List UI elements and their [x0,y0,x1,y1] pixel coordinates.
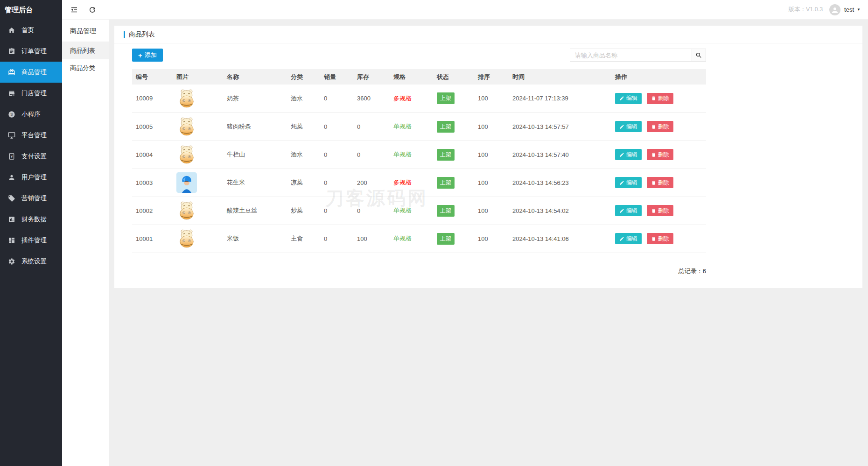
product-time: 2024-10-13 14:41:06 [509,225,611,253]
product-category: 凉菜 [287,169,320,197]
product-id: 10005 [132,113,173,141]
store-icon [8,90,15,97]
sidebar-item-label: 首页 [21,26,34,35]
pencil-icon [619,124,624,129]
product-stock: 3600 [353,85,390,113]
search-button[interactable] [692,49,706,62]
edit-button[interactable]: 编辑 [615,121,642,132]
table-row: 10005 猪肉粉条 炖菜 0 0 单规格 上架 100 2024-10-13 … [132,113,706,141]
sidebar-item-home[interactable]: 首页 [0,20,62,41]
status-badge[interactable]: 上架 [437,121,455,133]
table-row: 10004 牛栏山 酒水 0 0 单规格 上架 100 2024-10-13 1… [132,141,706,169]
delete-button[interactable]: 删除 [647,233,673,244]
status-badge[interactable]: 上架 [437,177,455,189]
product-id: 10004 [132,141,173,169]
search-input[interactable] [570,49,692,62]
sidebar-item-marketing[interactable]: 营销管理 [0,188,62,209]
sidebar-item-label: 小程序 [21,110,41,119]
col-stock: 库存 [353,69,390,85]
trash-icon [651,96,656,101]
delete-button[interactable]: 删除 [647,121,673,132]
product-name: 奶茶 [223,85,287,113]
product-time: 2024-11-07 17:13:39 [509,85,611,113]
sidebar-item-label: 商品管理 [21,68,47,77]
version-label: 版本：V1.0.3 [788,6,823,14]
sidebar-item-label: 用户管理 [21,173,47,182]
trash-icon [651,124,656,129]
sidebar-item-platform[interactable]: 平台管理 [0,125,62,146]
delete-button[interactable]: 删除 [647,149,673,160]
delete-button[interactable]: 删除 [647,93,673,104]
product-name: 猪肉粉条 [223,113,287,141]
spec-label: 单规格 [393,123,412,130]
sidebar-item-products[interactable]: 商品管理 [0,62,62,83]
sidebar-item-label: 插件管理 [21,236,47,245]
pencil-icon [619,208,624,213]
platform-icon [8,132,15,139]
submenu-item-product-list[interactable]: 商品列表 [62,42,109,59]
col-id: 编号 [132,69,173,85]
sidebar-item-label: 系统设置 [21,257,47,266]
add-product-button[interactable]: + 添加 [132,49,163,62]
spec-label: 单规格 [393,207,412,214]
col-image: 图片 [173,69,223,85]
avatar [829,4,840,15]
sidebar-item-settings[interactable]: 系统设置 [0,251,62,272]
sidebar-item-plugins[interactable]: 插件管理 [0,230,62,251]
product-sales: 0 [320,169,353,197]
chevron-down-icon: ▼ [857,7,861,12]
trash-icon [651,236,656,241]
status-badge[interactable]: 上架 [437,233,455,245]
sidebar-item-orders[interactable]: 订单管理 [0,41,62,62]
edit-button[interactable]: 编辑 [615,233,642,244]
product-icon [8,69,15,76]
card-header: 商品列表 [114,26,862,43]
product-sales: 0 [320,141,353,169]
sidebar-item-finance[interactable]: 财务数据 [0,209,62,230]
sidebar-item-miniprogram[interactable]: 小程序 [0,104,62,125]
col-name: 名称 [223,69,287,85]
collapse-sidebar-icon[interactable] [70,6,78,14]
product-name: 花生米 [223,169,287,197]
sidebar-item-stores[interactable]: 门店管理 [0,83,62,104]
product-category: 酒水 [287,141,320,169]
plus-icon: + [138,52,142,59]
status-badge[interactable]: 上架 [437,92,455,104]
gear-icon [8,258,15,265]
submenu-item-product-categories[interactable]: 商品分类 [62,59,109,77]
spec-label: 单规格 [393,235,412,242]
product-sort: 100 [474,85,509,113]
product-sort: 100 [474,141,509,169]
spec-label: 多规格 [393,179,412,186]
user-menu[interactable]: test ▼ [829,4,861,15]
submenu: 商品管理 商品列表 商品分类 [62,20,109,466]
status-badge[interactable]: 上架 [437,205,455,217]
username: test [844,6,854,13]
product-category: 主食 [287,225,320,253]
pencil-icon [619,152,624,157]
product-name: 米饭 [223,225,287,253]
sidebar-item-label: 财务数据 [21,215,47,224]
product-sort: 100 [474,169,509,197]
delete-button[interactable]: 删除 [647,177,673,188]
sidebar-item-payment[interactable]: 支付设置 [0,146,62,167]
product-sales: 0 [320,113,353,141]
topbar: 版本：V1.0.3 test ▼ [62,0,868,20]
product-stock: 200 [353,169,390,197]
edit-button[interactable]: 编辑 [615,177,642,188]
product-id: 10003 [132,169,173,197]
sidebar-item-users[interactable]: 用户管理 [0,167,62,188]
delete-button[interactable]: 删除 [647,205,673,216]
edit-button[interactable]: 编辑 [615,205,642,216]
table-toolbar: + 添加 [132,49,706,62]
col-actions: 操作 [611,69,706,85]
refresh-icon[interactable] [88,6,97,14]
edit-button[interactable]: 编辑 [615,93,642,104]
edit-button[interactable]: 编辑 [615,149,642,160]
status-badge[interactable]: 上架 [437,149,455,161]
product-sort: 100 [474,197,509,225]
product-sort: 100 [474,225,509,253]
payment-icon [8,153,15,160]
product-image [176,172,197,193]
trash-icon [651,180,656,185]
